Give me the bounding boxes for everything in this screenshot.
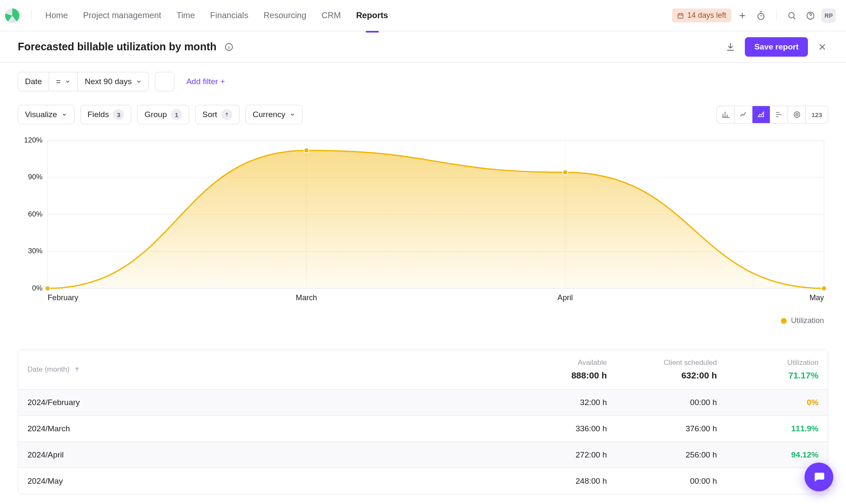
visualize-button[interactable]: Visualize <box>18 105 74 124</box>
cell-available: 248:00 h <box>506 477 616 486</box>
svg-text:May: May <box>810 293 824 302</box>
viz-numbers[interactable]: 123 <box>806 106 828 123</box>
col-available-label: Available <box>515 359 607 367</box>
cell-available: 272:00 h <box>506 450 616 460</box>
svg-text:30%: 30% <box>28 247 42 255</box>
calendar-icon <box>677 12 684 19</box>
filters-row: Date = Next 90 days Add filter + <box>0 63 846 101</box>
group-count: 1 <box>171 109 182 120</box>
help-icon[interactable] <box>803 8 818 23</box>
nav-crm[interactable]: CRM <box>316 6 347 25</box>
chat-fab[interactable] <box>805 463 833 491</box>
cell-utilization: 94.12% <box>726 450 828 460</box>
col-util-label: Utilization <box>736 359 818 367</box>
cell-date: 2024/February <box>18 398 506 407</box>
chevron-down-icon <box>65 79 71 85</box>
svg-text:March: March <box>296 293 317 302</box>
cell-client: 256:00 h <box>616 450 726 460</box>
cell-utilization: 0% <box>726 398 828 407</box>
trash-icon <box>158 72 171 91</box>
fields-button[interactable]: Fields 3 <box>80 105 132 124</box>
filter-operator[interactable]: = <box>49 72 77 91</box>
toolbar-row: Visualize Fields 3 Group 1 Sort Currency <box>0 101 846 129</box>
save-report-button[interactable]: Save report <box>745 37 808 57</box>
svg-text:90%: 90% <box>28 173 42 181</box>
titlebar: Forecasted billable utilization by month… <box>0 31 846 63</box>
cell-client: 00:00 h <box>616 477 726 486</box>
table-header: Date (month) Available 888:00 h Client s… <box>18 350 828 389</box>
viz-area-icon[interactable] <box>752 106 770 123</box>
svg-text:April: April <box>557 293 573 302</box>
divider <box>776 10 777 22</box>
range-value: Next 90 days <box>85 77 132 86</box>
cell-date: 2024/March <box>18 424 506 433</box>
svg-point-24 <box>562 170 568 175</box>
timer-icon[interactable] <box>753 8 769 23</box>
svg-text:60%: 60% <box>28 210 42 218</box>
fields-count: 3 <box>113 109 124 120</box>
cell-date: 2024/April <box>18 450 506 460</box>
col-utilization[interactable]: Utilization 71.17% <box>726 350 828 389</box>
nav-project-management[interactable]: Project management <box>77 6 167 25</box>
chat-icon <box>813 471 825 483</box>
cell-client: 00:00 h <box>616 398 726 407</box>
col-date[interactable]: Date (month) <box>18 357 506 382</box>
group-button[interactable]: Group 1 <box>137 105 189 124</box>
cell-available: 32:00 h <box>506 398 616 407</box>
trial-badge[interactable]: 14 days left <box>672 8 731 22</box>
sort-button[interactable]: Sort <box>195 105 240 124</box>
sort-asc-icon <box>221 109 232 120</box>
add-button[interactable] <box>735 8 750 23</box>
app-logo[interactable] <box>5 8 19 23</box>
svg-point-25 <box>821 286 827 291</box>
table-row[interactable]: 2024/May248:00 h00:00 h <box>18 468 828 494</box>
col-client-scheduled[interactable]: Client scheduled 632:00 h <box>616 350 726 389</box>
fields-label: Fields <box>88 110 109 119</box>
add-filter-button[interactable]: Add filter + <box>186 77 225 86</box>
nav-reports[interactable]: Reports <box>350 6 394 25</box>
col-util-total: 71.17% <box>788 370 818 380</box>
viz-bar-icon[interactable] <box>717 106 735 123</box>
svg-point-5 <box>794 112 799 117</box>
chevron-down-icon <box>61 112 67 118</box>
currency-button[interactable]: Currency <box>245 105 303 124</box>
group-label: Group <box>144 110 167 119</box>
info-icon[interactable] <box>223 41 234 52</box>
cell-client: 376:00 h <box>616 424 726 433</box>
chevron-down-icon <box>289 112 295 118</box>
filter-field[interactable]: Date <box>18 72 49 91</box>
nav-time[interactable]: Time <box>171 6 201 25</box>
search-icon[interactable] <box>784 8 799 23</box>
viz-line-icon[interactable] <box>735 106 752 123</box>
divider <box>31 10 32 22</box>
sort-asc-icon <box>74 366 80 373</box>
delete-filter-button[interactable] <box>155 72 174 91</box>
viz-donut-icon[interactable] <box>788 106 806 123</box>
col-date-label: Date (month) <box>28 365 69 374</box>
filter-value[interactable]: Next 90 days <box>78 72 149 91</box>
viz-hbar-icon[interactable] <box>770 106 788 123</box>
svg-text:0%: 0% <box>32 284 43 292</box>
sort-label: Sort <box>202 110 217 119</box>
page-title: Forecasted billable utilization by month <box>18 41 217 53</box>
nav-home[interactable]: Home <box>39 6 74 25</box>
viz-type-switch: 123 <box>716 106 828 123</box>
close-icon[interactable] <box>815 39 830 55</box>
avatar[interactable]: RP <box>821 8 836 23</box>
svg-point-23 <box>304 148 309 153</box>
nav-resourcing[interactable]: Resourcing <box>258 6 312 25</box>
legend-label: Utilization <box>791 316 824 325</box>
date-filter: Date = Next 90 days <box>18 72 149 91</box>
utilization-chart: 0%30%60%90%120%FebruaryMarchAprilMay <box>18 136 828 314</box>
download-icon[interactable] <box>723 39 738 55</box>
table-row[interactable]: 2024/April272:00 h256:00 h94.12% <box>18 441 828 468</box>
table-row[interactable]: 2024/March336:00 h376:00 h111.9% <box>18 415 828 441</box>
cell-utilization: 111.9% <box>726 424 828 433</box>
svg-rect-0 <box>678 14 683 18</box>
chevron-down-icon <box>136 79 142 85</box>
table-row[interactable]: 2024/February32:00 h00:00 h0% <box>18 389 828 415</box>
nav-financials[interactable]: Financials <box>204 6 254 25</box>
col-available[interactable]: Available 888:00 h <box>506 350 616 389</box>
chart-container: 0%30%60%90%120%FebruaryMarchAprilMay Uti… <box>0 129 846 325</box>
topbar: Home Project management Time Financials … <box>0 0 846 31</box>
